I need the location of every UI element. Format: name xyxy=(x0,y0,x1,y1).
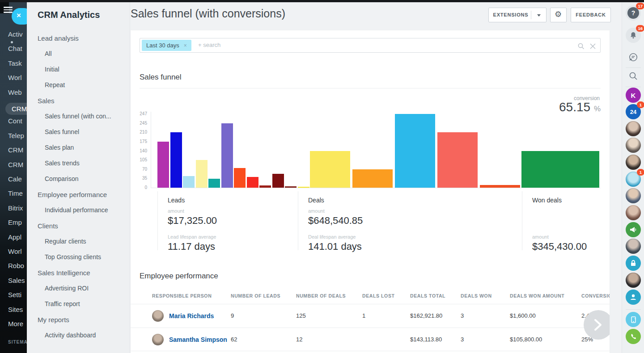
filter-chip-last-30-days[interactable]: Last 30 days× xyxy=(142,40,191,51)
funnel-bar-10[interactable] xyxy=(285,186,297,188)
column-header-number-of-deals[interactable]: NUMBER OF DEALS xyxy=(296,293,346,298)
chat-icon[interactable] xyxy=(626,50,641,65)
funnel-bar-14[interactable] xyxy=(395,114,435,188)
avatar[interactable]: 241 xyxy=(626,104,641,119)
sidebar-item-cont[interactable]: Cont xyxy=(8,117,27,125)
sidebar-item-task[interactable]: Task xyxy=(8,59,27,67)
funnel-bar-6[interactable] xyxy=(234,168,246,188)
menu-item-top-grossing-clients[interactable]: Top Grossing clients xyxy=(27,249,130,265)
lock-icon[interactable] xyxy=(626,256,641,271)
funnel-bar-16[interactable] xyxy=(480,185,520,188)
sidebar-item-web[interactable]: Web xyxy=(8,88,27,96)
menu-section-my-reports: My reports xyxy=(27,312,130,328)
funnel-bar-15[interactable] xyxy=(437,132,478,188)
menu-item-regular-clients[interactable]: Regular clients xyxy=(27,234,130,249)
menu-item-sales-funnel[interactable]: Sales funnel xyxy=(27,124,130,140)
scroll-right-button[interactable] xyxy=(584,310,610,340)
avatar[interactable]: 1 xyxy=(626,172,641,187)
menu-item-all[interactable]: All xyxy=(27,46,130,62)
funnel-bar-11[interactable] xyxy=(298,187,309,188)
chevron-down-icon[interactable] xyxy=(537,14,541,17)
megaphone-icon[interactable] xyxy=(626,222,641,237)
device-icon[interactable] xyxy=(626,312,641,327)
column-header-conversion[interactable]: CONVERSION xyxy=(581,293,610,298)
help-icon[interactable]: ?17 xyxy=(626,5,641,21)
sidebar-item-bitrix[interactable]: Bitrix xyxy=(8,204,27,212)
funnel-bar-9[interactable] xyxy=(272,174,284,188)
funnel-bar-1[interactable] xyxy=(170,132,182,188)
funnel-bar-2[interactable] xyxy=(183,176,195,188)
column-header-deals-total[interactable]: DEALS TOTAL xyxy=(410,293,445,298)
column-header-number-of-leads[interactable]: NUMBER OF LEADS xyxy=(231,293,280,298)
menu-item-repeat[interactable]: Repeat xyxy=(27,77,130,93)
sidebar-item-cale[interactable]: Cale xyxy=(8,175,27,183)
column-header-deals-lost[interactable]: DEALS LOST xyxy=(362,293,395,298)
sidebar-item-robo[interactable]: Robo xyxy=(8,262,27,269)
sidebar-item-more[interactable]: More xyxy=(8,320,27,328)
sidebar-item-sites[interactable]: Sites xyxy=(8,306,27,313)
feedback-button[interactable]: FEEDBACK xyxy=(571,8,611,22)
menu-item-sales-funnel-with-con-[interactable]: Sales funnel (with con... xyxy=(27,109,130,124)
sidebar-item-time[interactable]: Time xyxy=(8,189,27,197)
funnel-bar-17[interactable] xyxy=(521,151,599,188)
sidebar-item-appl[interactable]: Appl xyxy=(8,233,27,241)
funnel-bar-5[interactable] xyxy=(221,123,233,188)
sidebar-item-crm[interactable]: CRM xyxy=(8,146,27,154)
menu-item-sales-plan[interactable]: Sales plan xyxy=(27,140,130,155)
menu-item-individual-performance[interactable]: Individual performance xyxy=(27,202,130,218)
sidebar-item-sales[interactable]: Sales xyxy=(8,277,27,284)
funnel-bar-4[interactable] xyxy=(208,179,220,188)
chip-remove-icon[interactable]: × xyxy=(184,42,187,49)
hamburger-icon[interactable] xyxy=(4,7,13,13)
person-link[interactable]: Samantha Simpson xyxy=(169,336,227,343)
menu-item-activity-dashboard[interactable]: Activity dashboard xyxy=(27,328,130,343)
clear-search-icon[interactable] xyxy=(590,43,596,49)
sidebar-item-telep[interactable]: Telep xyxy=(8,132,27,139)
sitemap-link[interactable]: SITEMAP xyxy=(8,340,27,345)
search-icon[interactable] xyxy=(626,68,641,84)
table-cell: 3 xyxy=(461,312,464,319)
search-icon[interactable] xyxy=(578,43,585,50)
funnel-bar-12[interactable] xyxy=(310,151,350,188)
funnel-bar-3[interactable] xyxy=(196,160,208,188)
bell-icon[interactable]: 16 xyxy=(626,28,641,43)
sidebar-item-crm[interactable]: CRM xyxy=(8,161,27,168)
filter-bar[interactable]: Last 30 days× + search xyxy=(140,38,601,53)
avatar[interactable] xyxy=(626,138,641,153)
funnel-bar-0[interactable] xyxy=(157,142,169,188)
avatar[interactable] xyxy=(626,273,641,288)
column-header-deals-won[interactable]: DEALS WON xyxy=(461,293,492,298)
table-cell: 62 xyxy=(231,336,237,343)
person-link[interactable]: Maria Richards xyxy=(169,312,214,319)
settings-button[interactable]: ⚙ xyxy=(550,8,567,22)
search-input[interactable]: + search xyxy=(198,42,220,48)
funnel-bar-7[interactable] xyxy=(247,177,258,188)
avatar[interactable] xyxy=(626,155,641,170)
sidebar-item-worl[interactable]: Worl xyxy=(8,74,27,81)
column-header-responsible-person[interactable]: RESPONSIBLE PERSON xyxy=(152,293,212,298)
sidebar-item-setti[interactable]: Setti xyxy=(8,291,27,298)
phone-icon[interactable] xyxy=(626,329,641,344)
person-icon[interactable] xyxy=(626,290,641,305)
menu-item-initial[interactable]: Initial xyxy=(27,62,130,77)
funnel-bar-8[interactable] xyxy=(259,185,271,188)
menu-item-comparison[interactable]: Comparison xyxy=(27,171,130,187)
sidebar-item-chat[interactable]: Chat xyxy=(8,45,27,52)
sidebar-item-activ[interactable]: Activ xyxy=(8,30,27,38)
sidebar-item-worl[interactable]: Worl xyxy=(8,248,27,255)
close-menu-button[interactable]: × xyxy=(12,8,27,25)
funnel-bar-13[interactable] xyxy=(352,169,393,188)
table-row: Maria Richards91251$162,921.803$1,600.00… xyxy=(131,304,610,328)
sidebar-item-crm[interactable]: CRM xyxy=(5,103,27,115)
avatar[interactable] xyxy=(626,121,641,136)
avatar[interactable] xyxy=(626,239,641,254)
menu-item-traffic-report[interactable]: Traffic report xyxy=(27,296,130,312)
avatar[interactable] xyxy=(626,205,641,220)
menu-item-advertising-roi[interactable]: Advertising ROI xyxy=(27,281,130,296)
avatar[interactable]: K xyxy=(626,88,641,103)
extensions-button[interactable]: EXTENSIONS xyxy=(488,8,547,22)
sidebar-item-emp[interactable]: Emp xyxy=(8,219,27,226)
avatar[interactable] xyxy=(626,188,641,203)
menu-item-sales-trends[interactable]: Sales trends xyxy=(27,155,130,171)
column-header-deals-won-amount[interactable]: DEALS WON AMOUNT xyxy=(510,293,564,298)
